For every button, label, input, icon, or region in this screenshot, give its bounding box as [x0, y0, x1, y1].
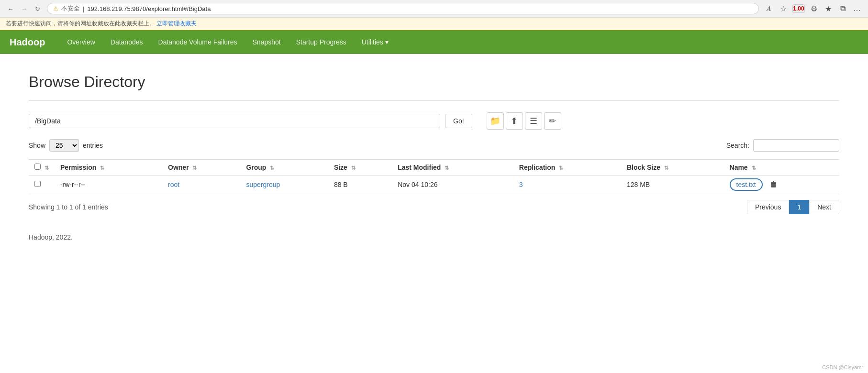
edit-button[interactable]: ✏	[544, 112, 561, 130]
show-entries: Show 10 25 50 100 entries	[29, 139, 103, 152]
data-table: ⇅ Permission ⇅ Owner ⇅ Group ⇅ Size ⇅	[29, 159, 839, 194]
info-bar: 若要进行快速访问，请将你的网址收藏放在此收藏夹栏上。 立即管理收藏夹	[0, 18, 868, 30]
nav-overview[interactable]: Overview	[59, 32, 102, 53]
cell-group: supergroup	[240, 176, 328, 194]
nav-datanode-volume-failures[interactable]: Datanode Volume Failures	[151, 32, 245, 53]
table-row: -rw-r--r-- root supergroup 88 B Nov 04 1…	[29, 176, 839, 194]
next-button[interactable]: Next	[809, 200, 839, 214]
page-title: Browse Directory	[29, 73, 839, 91]
security-label: 不安全	[61, 4, 80, 13]
folder-open-icon: 📁	[490, 116, 501, 126]
row-checkbox[interactable]	[34, 181, 41, 187]
cell-last-modified: Nov 04 10:26	[392, 176, 513, 194]
manage-favorites-link[interactable]: 立即管理收藏夹	[156, 20, 197, 27]
cell-permission: -rw-r--r--	[55, 176, 162, 194]
col-permission[interactable]: Permission ⇅	[55, 160, 162, 176]
sort-icon-replication: ⇅	[559, 165, 563, 171]
navbar: Hadoop Overview Datanodes Datanode Volum…	[0, 30, 868, 54]
cell-block-size: 128 MB	[621, 176, 724, 194]
col-size[interactable]: Size ⇅	[328, 160, 392, 176]
path-action-icons: 📁 ⬆ ☰ ✏	[487, 112, 561, 130]
table-controls: Show 10 25 50 100 entries Search:	[29, 139, 839, 152]
settings-icon[interactable]: ⚙	[809, 3, 819, 14]
browser-chrome: ← → ↻ ⚠ 不安全 | 192.168.219.75:9870/explor…	[0, 0, 868, 18]
sort-icon-owner: ⇅	[192, 165, 197, 171]
navbar-brand[interactable]: Hadoop	[10, 37, 45, 48]
previous-button[interactable]: Previous	[747, 200, 789, 214]
cell-owner: root	[162, 176, 240, 194]
file-link[interactable]: test.txt	[730, 178, 763, 191]
extension-icon[interactable]: 1.00	[792, 4, 805, 13]
owner-link[interactable]: root	[168, 181, 179, 188]
showing-info: Showing 1 to 1 of 1 entries	[29, 203, 108, 211]
sort-icon-name: ⇅	[752, 165, 756, 171]
table-footer: Showing 1 to 1 of 1 entries Previous 1 N…	[29, 200, 839, 214]
list-icon: ☰	[530, 116, 537, 126]
main-content: Browse Directory Go! 📁 ⬆ ☰ ✏ Show 10 2	[0, 54, 868, 260]
group-link[interactable]: supergroup	[246, 181, 280, 188]
select-all-checkbox[interactable]	[34, 164, 41, 170]
sort-icon-last-modified: ⇅	[445, 165, 449, 171]
sort-icon-size: ⇅	[351, 165, 356, 171]
edit-icon: ✏	[549, 116, 556, 126]
page-1-button[interactable]: 1	[789, 200, 809, 214]
footer-text: Hadoop, 2022.	[29, 233, 73, 241]
refresh-button[interactable]: ↻	[33, 4, 42, 13]
separator: |	[83, 5, 84, 12]
nav-snapshot[interactable]: Snapshot	[245, 32, 289, 53]
select-all-header[interactable]: ⇅	[29, 160, 55, 176]
browser-right-icons: 𝐴 ☆ 1.00 ⚙ ★ ⧉ …	[764, 3, 862, 14]
path-input[interactable]	[29, 114, 440, 128]
col-block-size[interactable]: Block Size ⇅	[621, 160, 724, 176]
divider	[29, 100, 839, 101]
info-bar-text: 若要进行快速访问，请将你的网址收藏放在此收藏夹栏上。	[6, 20, 155, 27]
col-last-modified[interactable]: Last Modified ⇅	[392, 160, 513, 176]
back-button[interactable]: ←	[6, 4, 15, 13]
table-body: -rw-r--r-- root supergroup 88 B Nov 04 1…	[29, 176, 839, 194]
sort-icon-permission: ⇅	[100, 165, 104, 171]
delete-icon[interactable]: 🗑	[770, 180, 778, 188]
navbar-links: Overview Datanodes Datanode Volume Failu…	[59, 32, 396, 53]
go-button[interactable]: Go!	[445, 114, 472, 128]
upload-icon: ⬆	[511, 116, 518, 126]
path-bar: Go! 📁 ⬆ ☰ ✏	[29, 112, 839, 130]
entries-select[interactable]: 10 25 50 100	[49, 139, 79, 152]
address-text: 192.168.219.75:9870/explorer.html#/BigDa…	[87, 5, 753, 12]
open-folder-button[interactable]: 📁	[487, 112, 504, 130]
sort-icon-group: ⇅	[270, 165, 274, 171]
col-name[interactable]: Name ⇅	[724, 160, 839, 176]
col-replication[interactable]: Replication ⇅	[513, 160, 621, 176]
nav-utilities[interactable]: Utilities ▾	[354, 32, 396, 53]
star-icon[interactable]: ★	[823, 3, 834, 14]
security-icon: ⚠	[53, 5, 58, 12]
sort-icon-block-size: ⇅	[664, 165, 668, 171]
search-input[interactable]	[753, 139, 839, 152]
cell-replication: 3	[513, 176, 621, 194]
browser-nav: ← → ↻	[6, 4, 42, 13]
pagination: Previous 1 Next	[747, 200, 839, 214]
more-icon[interactable]: …	[852, 3, 862, 14]
utilities-dropdown-icon: ▾	[385, 38, 389, 46]
profile-icon[interactable]: 𝐴	[764, 3, 774, 14]
search-label: Search:	[726, 142, 749, 149]
nav-datanodes[interactable]: Datanodes	[103, 32, 151, 53]
entries-label: entries	[83, 142, 103, 149]
favorites-icon[interactable]: ☆	[778, 3, 789, 14]
page-footer: Hadoop, 2022.	[29, 233, 839, 241]
address-bar[interactable]: ⚠ 不安全 | 192.168.219.75:9870/explorer.htm…	[47, 3, 759, 14]
upload-button[interactable]: ⬆	[506, 112, 523, 130]
forward-button[interactable]: →	[19, 4, 29, 13]
col-group[interactable]: Group ⇅	[240, 160, 328, 176]
search-box: Search:	[726, 139, 839, 152]
collections-icon[interactable]: ⧉	[837, 3, 848, 14]
nav-startup-progress[interactable]: Startup Progress	[289, 32, 354, 53]
list-button[interactable]: ☰	[525, 112, 542, 130]
show-label: Show	[29, 142, 45, 149]
replication-link[interactable]: 3	[519, 181, 523, 188]
cell-name: test.txt 🗑	[724, 176, 839, 194]
row-checkbox-cell[interactable]	[29, 176, 55, 194]
sort-icon-checkbox: ⇅	[45, 165, 49, 171]
cell-size: 88 B	[328, 176, 392, 194]
col-owner[interactable]: Owner ⇅	[162, 160, 240, 176]
table-header: ⇅ Permission ⇅ Owner ⇅ Group ⇅ Size ⇅	[29, 160, 839, 176]
